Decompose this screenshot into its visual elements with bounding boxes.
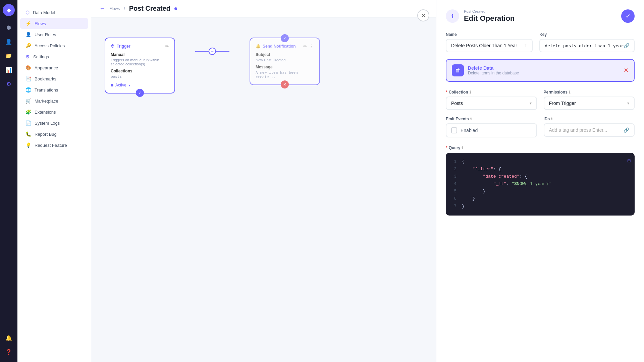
ids-info-icon[interactable]: ℹ: [551, 117, 552, 121]
app-logo[interactable]: ◆: [3, 4, 15, 16]
sidebar-item-label: Appearance: [35, 65, 58, 70]
sidebar-item-data-model[interactable]: ⬡ Data Model: [20, 7, 88, 18]
emit-checkbox[interactable]: [451, 127, 457, 133]
sidebar-item-label: Bookmarks: [35, 76, 56, 81]
line-h2: [216, 51, 229, 52]
code-editor[interactable]: ⊞ 1 { 2 "filter": { 3 "date_created": { …: [446, 153, 635, 216]
trigger-node: ⏱ Trigger ✏ Manual Triggers on manual ru…: [105, 38, 175, 94]
collections-value: posts: [111, 74, 169, 79]
close-flow-button[interactable]: ✕: [417, 9, 429, 21]
sidebar-item-settings[interactable]: ⚙ Settings: [20, 51, 88, 62]
sidebar-item-marketplace[interactable]: 🛒 Marketplace: [20, 96, 88, 106]
collection-select[interactable]: Posts ▾: [446, 97, 537, 110]
request-feature-icon: 💡: [25, 142, 31, 148]
system-logs-icon: 📄: [25, 120, 31, 126]
notif-edit-icon[interactable]: ✏: [303, 44, 307, 49]
key-input[interactable]: delete_posts_older_than_1_year 🔗: [539, 39, 635, 52]
op-desc: Delete items in the database: [468, 71, 519, 75]
nav-icon-insights[interactable]: 📊: [3, 64, 15, 76]
sidebar-item-label: Report Bug: [35, 132, 57, 137]
connector-line: →: [195, 48, 229, 55]
name-label: Name: [446, 32, 533, 37]
name-value: Delete Posts Older Than 1 Year: [451, 43, 517, 48]
notif-label: Send Notification: [263, 44, 296, 49]
appearance-icon: 🎨: [25, 65, 31, 70]
ids-tag-field[interactable]: Add a tag and press Enter... 🔗: [544, 123, 635, 137]
sidebar-item-access-policies[interactable]: 🔑 Access Policies: [20, 40, 88, 51]
collection-field: * Collection ℹ Posts ▾: [446, 90, 537, 110]
notif-more-icon[interactable]: ⋮: [309, 44, 314, 49]
permissions-field: Permissions ℹ From Trigger ▾: [544, 90, 635, 110]
query-info-icon[interactable]: ℹ: [462, 146, 463, 150]
nav-icon-notifications[interactable]: 🔔: [3, 332, 15, 344]
panel-header: ℹ Post Created Edit Operation ✓: [446, 9, 635, 23]
sidebar-item-label: Request Feature: [35, 143, 67, 148]
sidebar-item-label: Marketplace: [35, 99, 58, 104]
sidebar-item-label: Translations: [35, 87, 58, 93]
code-toolbar-icon[interactable]: ⊞: [627, 157, 631, 166]
save-button[interactable]: ✓: [621, 9, 635, 23]
nav-icon-users[interactable]: 👤: [3, 36, 15, 48]
sidebar-item-system-logs[interactable]: 📄 System Logs: [20, 118, 88, 128]
notif-icon: 🔔: [256, 44, 261, 49]
sidebar-item-user-roles[interactable]: 👤 User Roles: [20, 29, 88, 40]
emit-ids-row: Emit Events ℹ Enabled IDs ℹ Add a tag an…: [446, 117, 635, 137]
query-label-text: Query: [449, 145, 461, 150]
emit-info-icon[interactable]: ℹ: [470, 117, 472, 121]
ids-placeholder: Add a tag and press Enter...: [549, 127, 607, 133]
subject-value: New Post Created: [256, 58, 314, 62]
node-check-circle: ✓: [136, 89, 144, 97]
line-h: [195, 51, 209, 52]
collection-chevron: ▾: [530, 101, 532, 106]
panel-header-left: ℹ Post Created Edit Operation: [446, 9, 515, 23]
permissions-info-icon[interactable]: ℹ: [569, 90, 570, 95]
collection-info-icon[interactable]: ℹ: [470, 90, 471, 95]
code-line-7: 7 }: [451, 203, 629, 210]
permissions-select[interactable]: From Trigger ▾: [544, 97, 635, 110]
bookmarks-icon: 📑: [25, 76, 31, 81]
code-line-3: 3 "date_created": {: [451, 173, 629, 180]
back-button[interactable]: ←: [99, 5, 105, 12]
sidebar-item-extensions[interactable]: 🧩 Extensions: [20, 107, 88, 117]
nav-icon-settings[interactable]: ⚙: [3, 78, 15, 90]
sidebar-item-label: System Logs: [35, 121, 60, 126]
nav-icon-content[interactable]: ⬢: [3, 21, 15, 34]
panel-header-text: Post Created Edit Operation: [464, 9, 515, 23]
code-line-1: 1 {: [451, 158, 629, 166]
nav-icon-help[interactable]: ❓: [3, 346, 15, 358]
key-field-icon: 🔗: [624, 43, 629, 48]
emit-checkbox-field: Enabled: [446, 123, 537, 137]
sidebar-item-appearance[interactable]: 🎨 Appearance: [20, 62, 88, 73]
sidebar-item-bookmarks[interactable]: 📑 Bookmarks: [20, 73, 88, 84]
key-value: delete_posts_older_than_1_year: [545, 43, 624, 48]
sidebar-item-translations[interactable]: 🌐 Translations: [20, 84, 88, 95]
key-field: Key delete_posts_older_than_1_year 🔗: [539, 32, 635, 52]
notif-body: Subject New Post Created Message A new i…: [256, 52, 314, 79]
flows-icon: ⚡: [25, 21, 31, 26]
notif-header: 🔔 Send Notification ✏ ⋮: [256, 44, 314, 49]
chevron-icon: ▾: [128, 83, 130, 87]
sidebar-item-request-feature[interactable]: 💡 Request Feature: [20, 140, 88, 150]
nav-icon-files[interactable]: 📁: [3, 50, 15, 62]
sidebar-item-report-bug[interactable]: 🐛 Report Bug: [20, 129, 88, 139]
save-icon: ✓: [626, 12, 631, 20]
sidebar-item-label: Flows: [35, 21, 46, 26]
ids-label-text: IDs: [544, 117, 550, 121]
sidebar-item-flows[interactable]: ⚡ Flows: [20, 18, 88, 29]
key-label: Key: [539, 32, 635, 37]
trigger-edit-icon[interactable]: ✏: [165, 44, 169, 49]
notification-node: 🔔 Send Notification ✏ ⋮ Subject New Post…: [250, 38, 320, 85]
emit-label: Emit Events ℹ: [446, 117, 537, 121]
breadcrumb-separator: /: [124, 6, 125, 11]
connector-circle: →: [209, 48, 216, 55]
icon-bar: ◆ ⬢ 👤 📁 📊 ⚙ 🔔 ❓: [0, 0, 17, 362]
message-value: A new item has been create...: [256, 70, 314, 79]
op-close-button[interactable]: ✕: [624, 67, 629, 74]
emit-checkbox-label: Enabled: [461, 128, 478, 133]
trigger-label: Trigger: [117, 44, 130, 49]
name-input[interactable]: Delete Posts Older Than 1 Year T: [446, 39, 533, 52]
translations-icon: 🌐: [25, 87, 31, 93]
main-area: ← Flows / Post Created ⏱ Trigger ✏ Manua…: [91, 0, 436, 362]
flow-header: ← Flows / Post Created: [91, 0, 436, 17]
trigger-icon: ⏱: [111, 44, 115, 49]
